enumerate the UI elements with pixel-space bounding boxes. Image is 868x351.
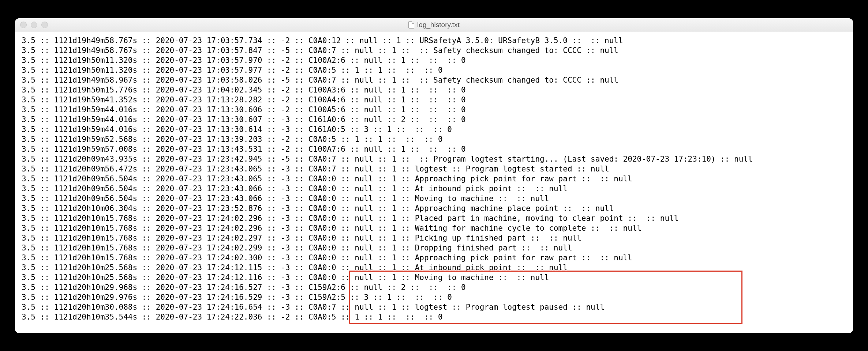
minimize-button[interactable] bbox=[31, 22, 37, 28]
zoom-button[interactable] bbox=[41, 22, 48, 28]
log-line: 3.5 :: 1121d20h09m56.472s :: 2020-07-23 … bbox=[22, 164, 846, 174]
log-line: 3.5 :: 1121d19h49m58.767s :: 2020-07-23 … bbox=[22, 46, 846, 56]
log-line: 3.5 :: 1121d19h59m52.568s :: 2020-07-23 … bbox=[22, 135, 846, 144]
log-line: 3.5 :: 1121d19h59m44.016s :: 2020-07-23 … bbox=[22, 125, 846, 135]
log-line: 3.5 :: 1121d19h50m11.320s :: 2020-07-23 … bbox=[22, 56, 846, 65]
close-button[interactable] bbox=[20, 22, 27, 28]
window-titlebar[interactable]: log_history.txt bbox=[15, 18, 853, 32]
log-line: 3.5 :: 1121d20h10m29.976s :: 2020-07-23 … bbox=[22, 292, 846, 302]
log-line: 3.5 :: 1121d20h09m56.504s :: 2020-07-23 … bbox=[22, 194, 846, 204]
log-line: 3.5 :: 1121d19h59m57.008s :: 2020-07-23 … bbox=[22, 144, 846, 154]
log-line: 3.5 :: 1121d19h59m44.016s :: 2020-07-23 … bbox=[22, 105, 846, 115]
log-line: 3.5 :: 1121d20h10m35.544s :: 2020-07-23 … bbox=[22, 312, 846, 322]
log-line: 3.5 :: 1121d20h09m56.504s :: 2020-07-23 … bbox=[22, 184, 846, 194]
log-line: 3.5 :: 1121d19h50m11.320s :: 2020-07-23 … bbox=[22, 65, 846, 75]
log-line: 3.5 :: 1121d20h10m29.968s :: 2020-07-23 … bbox=[22, 283, 846, 292]
log-line: 3.5 :: 1121d20h10m15.768s :: 2020-07-23 … bbox=[22, 253, 846, 263]
log-line: 3.5 :: 1121d19h49m58.967s :: 2020-07-23 … bbox=[22, 75, 846, 85]
log-line: 3.5 :: 1121d19h49m58.767s :: 2020-07-23 … bbox=[22, 36, 846, 46]
log-line: 3.5 :: 1121d20h10m15.768s :: 2020-07-23 … bbox=[22, 233, 846, 243]
filename-label: log_history.txt bbox=[417, 21, 460, 29]
log-line: 3.5 :: 1121d20h10m15.768s :: 2020-07-23 … bbox=[22, 223, 846, 233]
log-line: 3.5 :: 1121d19h59m44.016s :: 2020-07-23 … bbox=[22, 115, 846, 125]
log-line: 3.5 :: 1121d20h10m25.568s :: 2020-07-23 … bbox=[22, 263, 846, 273]
log-text-area[interactable]: 3.5 :: 1121d19h49m58.767s :: 2020-07-23 … bbox=[15, 32, 853, 333]
log-line: 3.5 :: 1121d20h10m30.088s :: 2020-07-23 … bbox=[22, 302, 846, 312]
text-editor-window: log_history.txt 3.5 :: 1121d19h49m58.767… bbox=[15, 18, 853, 333]
document-icon bbox=[408, 21, 414, 29]
log-line: 3.5 :: 1121d20h10m25.568s :: 2020-07-23 … bbox=[22, 273, 846, 283]
log-line: 3.5 :: 1121d20h09m43.935s :: 2020-07-23 … bbox=[22, 154, 846, 164]
window-title: log_history.txt bbox=[15, 21, 853, 29]
log-line: 3.5 :: 1121d19h59m41.352s :: 2020-07-23 … bbox=[22, 95, 846, 105]
traffic-lights bbox=[20, 22, 48, 28]
log-line: 3.5 :: 1121d20h09m56.504s :: 2020-07-23 … bbox=[22, 174, 846, 184]
log-line: 3.5 :: 1121d20h10m06.304s :: 2020-07-23 … bbox=[22, 204, 846, 214]
log-line: 3.5 :: 1121d19h50m15.776s :: 2020-07-23 … bbox=[22, 85, 846, 95]
log-line: 3.5 :: 1121d20h10m15.768s :: 2020-07-23 … bbox=[22, 214, 846, 223]
log-line: 3.5 :: 1121d20h10m15.768s :: 2020-07-23 … bbox=[22, 243, 846, 253]
